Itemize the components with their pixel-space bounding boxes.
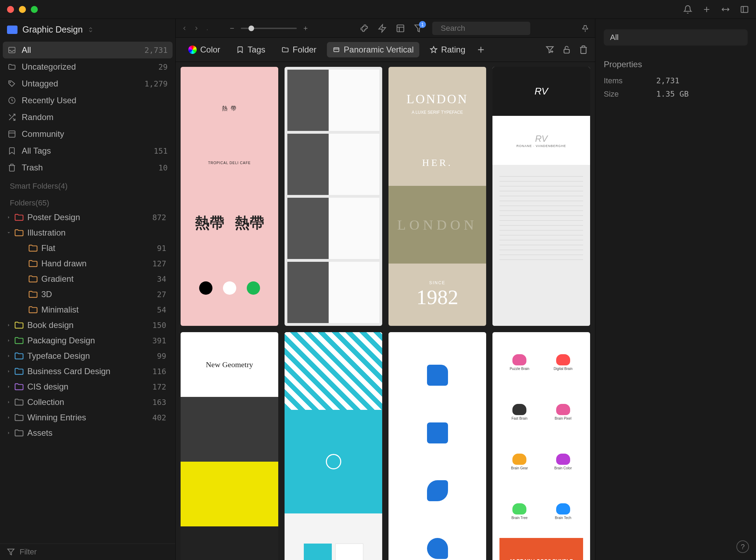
- grid-item[interactable]: [285, 67, 382, 326]
- folder-label: Hand drawn: [41, 259, 149, 268]
- grid-item[interactable]: Puzzle BrainDigital BrainFast BrainBrain…: [492, 332, 590, 560]
- sidebar-item-community[interactable]: Community: [3, 126, 173, 142]
- folder-icon: [15, 429, 24, 437]
- save-filter-icon[interactable]: [545, 45, 554, 54]
- folder-flat[interactable]: Flat91: [3, 240, 173, 256]
- layout-icon[interactable]: [396, 24, 405, 33]
- folder-hand-drawn[interactable]: Hand drawn127: [3, 256, 173, 271]
- chevron-down-icon[interactable]: [6, 230, 11, 235]
- folder-gradient[interactable]: Gradient34: [3, 271, 173, 287]
- thumb-text: TROPICAL DELI CAFE: [208, 161, 251, 165]
- chevron-right-icon[interactable]: [6, 338, 11, 343]
- bell-icon[interactable]: [683, 5, 692, 14]
- minimize-window[interactable]: [19, 6, 26, 13]
- sidebar-item-trash[interactable]: Trash10: [3, 159, 173, 176]
- filter-chip-folder[interactable]: Folder: [276, 42, 322, 57]
- chevron-right-icon[interactable]: [6, 215, 11, 220]
- extension-icon[interactable]: [359, 24, 369, 33]
- sidebar-item-count: 10: [159, 163, 168, 172]
- nav-back-icon[interactable]: [181, 25, 188, 31]
- folder-business-card-design[interactable]: Business Card Design116: [3, 364, 173, 379]
- folder-collection[interactable]: Collection163: [3, 394, 173, 410]
- zoom-out-icon[interactable]: [229, 25, 235, 31]
- chevron-right-icon[interactable]: [6, 415, 11, 420]
- svg-rect-5: [397, 25, 404, 32]
- pin-icon[interactable]: [581, 24, 589, 33]
- sidebar-item-random[interactable]: Random: [3, 109, 173, 126]
- grid-item[interactable]: 熱 帶 TROPICAL DELI CAFE 熱帶熱帶: [181, 67, 278, 326]
- folder-book-design[interactable]: Book design150: [3, 317, 173, 333]
- star-icon: [430, 46, 438, 54]
- sidebar-item-uncategorized[interactable]: Uncategorized29: [3, 58, 173, 75]
- chevron-right-icon[interactable]: [6, 369, 11, 374]
- folder-typeface-design[interactable]: Typeface Design99: [3, 348, 173, 364]
- sidebar-item-label: All Tags: [22, 146, 148, 156]
- chevron-right-icon[interactable]: [6, 354, 11, 358]
- chevron-right-icon[interactable]: [6, 430, 11, 435]
- nav-forward-icon[interactable]: [193, 25, 200, 31]
- grid-item[interactable]: RV RV RONANE · VANDENBERGHE: [492, 67, 590, 326]
- folder-packaging-design[interactable]: Packaging Design391: [3, 333, 173, 348]
- filter-chip-rating[interactable]: Rating: [424, 42, 471, 57]
- chevron-right-icon[interactable]: [6, 323, 11, 328]
- folder-count: 54: [157, 306, 169, 314]
- folder-cis-design[interactable]: CIS design172: [3, 379, 173, 394]
- folder-winning-entries[interactable]: Winning Entries402: [3, 410, 173, 425]
- folder-3d[interactable]: 3D27: [3, 287, 173, 302]
- sidebar-toggle-icon[interactable]: [740, 5, 749, 14]
- folder-icon: [15, 229, 24, 237]
- folder-label: Minimalist: [41, 305, 154, 315]
- inspector-tab-all[interactable]: All: [604, 29, 748, 46]
- thumb-text: Brain Color: [554, 466, 572, 470]
- folder-assets[interactable]: Assets: [3, 425, 173, 441]
- trash-icon: [8, 163, 16, 172]
- section-folders[interactable]: Folders(65): [3, 193, 173, 210]
- filter-chip-tags[interactable]: Tags: [231, 42, 271, 57]
- filter-chip-panoramic-vertical[interactable]: Panoramic Vertical: [327, 42, 419, 57]
- search-input[interactable]: [441, 24, 537, 33]
- bolt-icon[interactable]: [378, 24, 387, 33]
- folder-label: Winning Entries: [27, 413, 149, 422]
- filter-toolbar-icon[interactable]: 1: [414, 24, 423, 33]
- thumb-text: 1982: [416, 285, 458, 309]
- folder-label: CIS design: [27, 382, 149, 392]
- plus-icon[interactable]: [702, 5, 711, 14]
- sidebar-filter-input[interactable]: [20, 547, 168, 556]
- filter-chip-color[interactable]: Color: [183, 42, 226, 57]
- folder-poster-design[interactable]: Poster Design872: [3, 210, 173, 225]
- folder-count: 163: [152, 398, 169, 407]
- zoom-slider[interactable]: [241, 28, 297, 29]
- sidebar-item-all[interactable]: All2,731: [3, 42, 173, 58]
- sidebar-item-count: 151: [154, 147, 168, 155]
- inspector-panel: All Properties Items2,731Size1.35 GB: [595, 19, 756, 560]
- thumb-text: Fast Brain: [511, 416, 527, 420]
- close-window[interactable]: [7, 6, 14, 13]
- library-switcher[interactable]: Graphic Design: [0, 19, 175, 40]
- sidebar-item-label: Recently Used: [22, 96, 168, 105]
- zoom-thumb[interactable]: [248, 26, 254, 31]
- add-filter-button[interactable]: [476, 45, 486, 55]
- sync-icon[interactable]: [721, 5, 730, 14]
- sidebar-item-count: 1,279: [145, 79, 168, 88]
- maximize-window[interactable]: [31, 6, 38, 13]
- folder-illustration[interactable]: Illustration: [3, 225, 173, 240]
- bookmark-icon: [236, 46, 244, 54]
- grid-item[interactable]: New Geometry: [181, 332, 278, 560]
- chevron-right-icon[interactable]: [6, 384, 11, 389]
- sidebar-item-untagged[interactable]: Untagged1,279: [3, 75, 173, 92]
- sidebar-item-recently-used[interactable]: Recently Used: [3, 92, 173, 109]
- folder-count: 34: [157, 275, 169, 284]
- help-button[interactable]: ?: [736, 540, 749, 553]
- grid-item[interactable]: [285, 332, 382, 560]
- filter-chip-label: Rating: [441, 45, 465, 55]
- lock-icon[interactable]: [562, 45, 571, 54]
- zoom-in-icon[interactable]: [302, 25, 309, 31]
- section-smart-folders[interactable]: Smart Folders(4): [3, 176, 173, 193]
- chevron-right-icon[interactable]: [6, 400, 11, 405]
- svg-point-2: [10, 82, 10, 83]
- trash-icon[interactable]: [579, 45, 588, 54]
- folder-minimalist[interactable]: Minimalist54: [3, 302, 173, 317]
- grid-item[interactable]: [388, 332, 486, 560]
- grid-item[interactable]: LONDON A LUXE SERIF TYPEFACE HER. LONDON…: [388, 67, 486, 326]
- sidebar-item-all-tags[interactable]: All Tags151: [3, 142, 173, 159]
